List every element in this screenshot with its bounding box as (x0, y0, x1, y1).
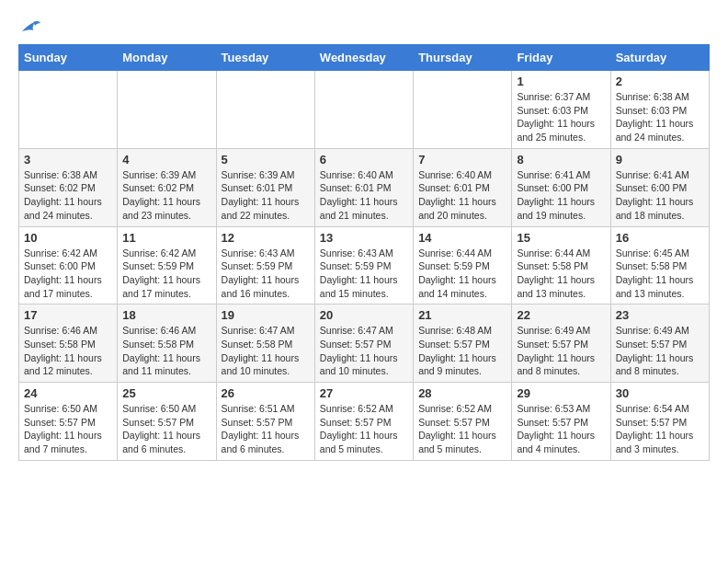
day-info: Sunrise: 6:39 AM Sunset: 6:02 PM Dayligh… (122, 168, 210, 223)
day-number: 10 (24, 231, 112, 245)
calendar-cell: 24Sunrise: 6:50 AM Sunset: 5:57 PM Dayli… (19, 383, 118, 461)
calendar-cell (19, 71, 118, 149)
calendar-cell: 19Sunrise: 6:47 AM Sunset: 5:58 PM Dayli… (216, 304, 314, 383)
day-info: Sunrise: 6:51 AM Sunset: 5:57 PM Dayligh… (222, 402, 310, 456)
day-number: 17 (24, 308, 112, 322)
day-number: 9 (616, 153, 704, 167)
calendar-week-row: 3Sunrise: 6:38 AM Sunset: 6:02 PM Daylig… (19, 148, 710, 226)
calendar-cell: 27Sunrise: 6:52 AM Sunset: 5:57 PM Dayli… (314, 383, 413, 461)
day-info: Sunrise: 6:46 AM Sunset: 5:58 PM Dayligh… (122, 324, 210, 378)
calendar-cell: 5Sunrise: 6:39 AM Sunset: 6:01 PM Daylig… (216, 148, 314, 226)
day-number: 29 (517, 386, 605, 400)
day-info: Sunrise: 6:38 AM Sunset: 6:02 PM Dayligh… (24, 168, 112, 223)
day-of-week-wednesday: Wednesday (314, 45, 413, 71)
calendar-week-row: 17Sunrise: 6:46 AM Sunset: 5:58 PM Dayli… (19, 304, 710, 383)
calendar-cell: 20Sunrise: 6:47 AM Sunset: 5:57 PM Dayli… (314, 304, 413, 383)
day-number: 4 (122, 153, 210, 167)
calendar-cell: 28Sunrise: 6:52 AM Sunset: 5:57 PM Dayli… (414, 383, 512, 461)
day-info: Sunrise: 6:52 AM Sunset: 5:57 PM Dayligh… (418, 402, 506, 456)
day-number: 28 (418, 386, 506, 400)
day-number: 21 (418, 308, 506, 322)
day-number: 7 (418, 153, 506, 167)
day-of-week-thursday: Thursday (414, 45, 512, 71)
day-info: Sunrise: 6:54 AM Sunset: 5:57 PM Dayligh… (616, 402, 704, 456)
day-number: 6 (320, 153, 408, 167)
calendar-cell: 29Sunrise: 6:53 AM Sunset: 5:57 PM Dayli… (512, 383, 610, 461)
calendar-cell: 11Sunrise: 6:42 AM Sunset: 5:59 PM Dayli… (118, 226, 216, 304)
day-info: Sunrise: 6:53 AM Sunset: 5:57 PM Dayligh… (517, 402, 605, 456)
day-number: 16 (616, 231, 704, 245)
day-info: Sunrise: 6:41 AM Sunset: 6:00 PM Dayligh… (616, 168, 704, 223)
day-info: Sunrise: 6:40 AM Sunset: 6:01 PM Dayligh… (418, 168, 506, 223)
calendar-cell: 16Sunrise: 6:45 AM Sunset: 5:58 PM Dayli… (610, 226, 709, 304)
calendar-cell: 6Sunrise: 6:40 AM Sunset: 6:01 PM Daylig… (314, 148, 413, 226)
calendar-cell: 30Sunrise: 6:54 AM Sunset: 5:57 PM Dayli… (610, 383, 709, 461)
calendar-cell: 3Sunrise: 6:38 AM Sunset: 6:02 PM Daylig… (19, 148, 118, 226)
calendar-cell: 13Sunrise: 6:43 AM Sunset: 5:59 PM Dayli… (314, 226, 413, 304)
day-number: 11 (122, 231, 210, 245)
calendar-header-row: SundayMondayTuesdayWednesdayThursdayFrid… (19, 45, 710, 71)
day-number: 15 (517, 231, 605, 245)
day-number: 27 (320, 386, 408, 400)
calendar-week-row: 10Sunrise: 6:42 AM Sunset: 6:00 PM Dayli… (19, 226, 710, 304)
day-info: Sunrise: 6:44 AM Sunset: 5:58 PM Dayligh… (517, 247, 605, 301)
day-number: 1 (517, 75, 605, 88)
day-number: 19 (222, 308, 310, 322)
calendar-cell: 8Sunrise: 6:41 AM Sunset: 6:00 PM Daylig… (512, 148, 610, 226)
day-info: Sunrise: 6:38 AM Sunset: 6:03 PM Dayligh… (616, 90, 704, 144)
day-info: Sunrise: 6:49 AM Sunset: 5:57 PM Dayligh… (517, 324, 605, 378)
calendar-cell: 14Sunrise: 6:44 AM Sunset: 5:59 PM Dayli… (414, 226, 512, 304)
calendar-cell: 22Sunrise: 6:49 AM Sunset: 5:57 PM Dayli… (512, 304, 610, 383)
logo-bird-icon (20, 18, 40, 35)
day-info: Sunrise: 6:40 AM Sunset: 6:01 PM Dayligh… (320, 168, 408, 223)
day-info: Sunrise: 6:39 AM Sunset: 6:01 PM Dayligh… (222, 168, 310, 223)
day-number: 25 (122, 386, 210, 400)
day-of-week-tuesday: Tuesday (216, 45, 314, 71)
calendar-cell: 26Sunrise: 6:51 AM Sunset: 5:57 PM Dayli… (216, 383, 314, 461)
day-number: 3 (24, 153, 112, 167)
calendar-cell: 21Sunrise: 6:48 AM Sunset: 5:57 PM Dayli… (414, 304, 512, 383)
calendar-week-row: 1Sunrise: 6:37 AM Sunset: 6:03 PM Daylig… (19, 71, 710, 149)
calendar-cell: 12Sunrise: 6:43 AM Sunset: 5:59 PM Dayli… (216, 226, 314, 304)
day-info: Sunrise: 6:44 AM Sunset: 5:59 PM Dayligh… (418, 247, 506, 301)
day-number: 23 (616, 308, 704, 322)
calendar-cell: 7Sunrise: 6:40 AM Sunset: 6:01 PM Daylig… (414, 148, 512, 226)
calendar-cell (414, 71, 512, 149)
day-number: 2 (616, 75, 704, 88)
calendar-cell: 1Sunrise: 6:37 AM Sunset: 6:03 PM Daylig… (512, 71, 610, 149)
calendar-cell (314, 71, 413, 149)
day-info: Sunrise: 6:42 AM Sunset: 6:00 PM Dayligh… (24, 247, 112, 301)
day-info: Sunrise: 6:49 AM Sunset: 5:57 PM Dayligh… (616, 324, 704, 378)
day-number: 14 (418, 231, 506, 245)
day-info: Sunrise: 6:52 AM Sunset: 5:57 PM Dayligh… (320, 402, 408, 456)
calendar-table: SundayMondayTuesdayWednesdayThursdayFrid… (18, 44, 710, 461)
day-of-week-monday: Monday (118, 45, 216, 71)
day-info: Sunrise: 6:47 AM Sunset: 5:58 PM Dayligh… (222, 324, 310, 378)
day-info: Sunrise: 6:47 AM Sunset: 5:57 PM Dayligh… (320, 324, 408, 378)
day-number: 30 (616, 386, 704, 400)
calendar-cell: 4Sunrise: 6:39 AM Sunset: 6:02 PM Daylig… (118, 148, 216, 226)
day-info: Sunrise: 6:43 AM Sunset: 5:59 PM Dayligh… (320, 247, 408, 301)
calendar-cell: 18Sunrise: 6:46 AM Sunset: 5:58 PM Dayli… (118, 304, 216, 383)
page-header (18, 18, 710, 35)
day-number: 22 (517, 308, 605, 322)
day-number: 24 (24, 386, 112, 400)
calendar-cell (118, 71, 216, 149)
day-of-week-saturday: Saturday (610, 45, 709, 71)
day-number: 13 (320, 231, 408, 245)
day-info: Sunrise: 6:43 AM Sunset: 5:59 PM Dayligh… (222, 247, 310, 301)
day-info: Sunrise: 6:41 AM Sunset: 6:00 PM Dayligh… (517, 168, 605, 223)
day-number: 5 (222, 153, 310, 167)
company-logo (18, 18, 40, 35)
day-info: Sunrise: 6:42 AM Sunset: 5:59 PM Dayligh… (122, 247, 210, 301)
day-number: 12 (222, 231, 310, 245)
day-info: Sunrise: 6:46 AM Sunset: 5:58 PM Dayligh… (24, 324, 112, 378)
calendar-cell: 10Sunrise: 6:42 AM Sunset: 6:00 PM Dayli… (19, 226, 118, 304)
calendar-cell: 17Sunrise: 6:46 AM Sunset: 5:58 PM Dayli… (19, 304, 118, 383)
day-info: Sunrise: 6:45 AM Sunset: 5:58 PM Dayligh… (616, 247, 704, 301)
calendar-cell: 23Sunrise: 6:49 AM Sunset: 5:57 PM Dayli… (610, 304, 709, 383)
calendar-cell: 25Sunrise: 6:50 AM Sunset: 5:57 PM Dayli… (118, 383, 216, 461)
day-number: 26 (222, 386, 310, 400)
day-info: Sunrise: 6:50 AM Sunset: 5:57 PM Dayligh… (24, 402, 112, 456)
day-info: Sunrise: 6:50 AM Sunset: 5:57 PM Dayligh… (122, 402, 210, 456)
